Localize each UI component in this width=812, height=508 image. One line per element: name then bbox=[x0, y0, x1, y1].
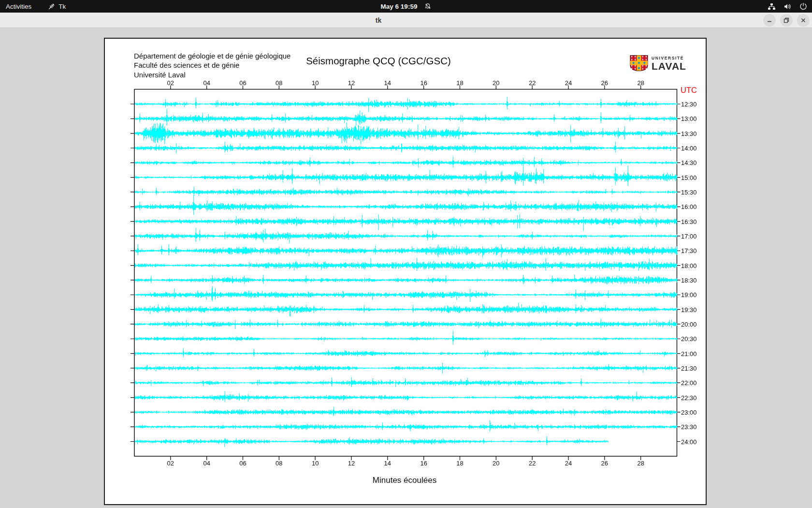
system-status-area[interactable] bbox=[768, 0, 807, 13]
trace-time-label: 23:30 bbox=[681, 423, 697, 431]
seismograph-plot: Département de géologie et de génie géol… bbox=[104, 38, 707, 505]
trace-time-label: 22:30 bbox=[681, 394, 697, 401]
x-tick-label-bottom: 12 bbox=[348, 460, 355, 467]
maximize-button[interactable] bbox=[780, 14, 793, 27]
close-button[interactable] bbox=[797, 14, 810, 27]
x-tick-label-top: 28 bbox=[637, 79, 644, 87]
desktop-screen: Activities Tk May 6 19:59 bbox=[0, 0, 812, 508]
trace-time-label: 16:00 bbox=[681, 203, 697, 210]
x-tick-label-top: 12 bbox=[348, 79, 355, 87]
minimize-button[interactable] bbox=[763, 14, 776, 27]
network-wired-icon bbox=[768, 2, 776, 11]
close-icon bbox=[800, 17, 806, 23]
trace-time-label: 24:00 bbox=[681, 438, 697, 445]
x-tick-label-bottom: 16 bbox=[420, 460, 427, 467]
activities-button[interactable]: Activities bbox=[6, 3, 31, 10]
clock-label: May 6 19:59 bbox=[381, 3, 418, 10]
x-tick-label-top: 20 bbox=[493, 79, 499, 87]
x-tick-label-bottom: 02 bbox=[167, 460, 174, 467]
x-tick-label-bottom: 10 bbox=[312, 460, 319, 467]
clock-menu[interactable]: May 6 19:59 bbox=[381, 0, 432, 13]
x-tick-label-bottom: 18 bbox=[456, 460, 463, 467]
trace-time-label: 20:00 bbox=[681, 320, 697, 328]
minimize-icon bbox=[767, 17, 772, 23]
window-title-bar[interactable]: tk bbox=[0, 13, 812, 28]
window-body: Département de géologie et de génie géol… bbox=[0, 28, 812, 508]
logo-universite-label: UNIVERSITÉ bbox=[652, 56, 686, 60]
focused-app-menu[interactable]: Tk bbox=[48, 3, 66, 10]
trace-time-label: 22:00 bbox=[681, 379, 697, 387]
plot-title: Séismographe QCQ (CGC/GSC) bbox=[306, 55, 451, 67]
x-tick-label-bottom: 26 bbox=[601, 460, 608, 467]
x-tick-label-top: 22 bbox=[529, 79, 536, 87]
x-tick-label-top: 06 bbox=[239, 79, 246, 87]
window-title: tk bbox=[376, 16, 381, 24]
utc-axis-label: UTC bbox=[681, 86, 697, 95]
x-tick-label-bottom: 20 bbox=[493, 460, 499, 467]
trace-time-label: 13:00 bbox=[681, 115, 697, 122]
x-tick-label-top: 14 bbox=[384, 79, 391, 87]
trace-time-label: 17:30 bbox=[681, 247, 697, 254]
x-tick-label-bottom: 14 bbox=[384, 460, 391, 467]
trace-time-label: 19:30 bbox=[681, 306, 697, 313]
trace-time-label: 14:30 bbox=[681, 159, 697, 166]
trace-time-label: 18:30 bbox=[681, 276, 697, 284]
x-tick-label-top: 02 bbox=[167, 79, 174, 87]
trace-time-label: 18:00 bbox=[681, 262, 697, 269]
x-axis-label: Minutes écoulées bbox=[373, 476, 436, 485]
x-tick-label-top: 16 bbox=[420, 79, 427, 87]
trace-time-label: 14:00 bbox=[681, 144, 697, 151]
tk-feather-icon bbox=[48, 3, 55, 10]
trace-time-label: 21:00 bbox=[681, 350, 697, 357]
notifications-muted-icon bbox=[424, 3, 431, 10]
x-tick-label-top: 08 bbox=[276, 79, 282, 87]
x-tick-label-bottom: 24 bbox=[565, 460, 572, 467]
x-tick-label-top: 04 bbox=[203, 79, 210, 87]
x-tick-label-bottom: 06 bbox=[239, 460, 246, 467]
trace-time-label: 17:00 bbox=[681, 232, 697, 239]
volume-icon bbox=[783, 2, 792, 11]
restore-icon bbox=[783, 17, 789, 23]
x-tick-label-bottom: 08 bbox=[276, 460, 282, 467]
logo-laval-label: LAVAL bbox=[652, 60, 686, 72]
trace-time-label: 15:30 bbox=[681, 188, 697, 195]
universite-laval-wordmark: UNIVERSITÉ LAVAL bbox=[652, 56, 686, 72]
trace-time-label: 20:30 bbox=[681, 335, 697, 343]
x-tick-label-top: 26 bbox=[601, 79, 608, 87]
trace-time-label: 16:30 bbox=[681, 218, 697, 225]
universite-laval-shield-logo bbox=[629, 55, 649, 72]
x-tick-label-bottom: 22 bbox=[529, 460, 536, 467]
trace-time-label: 23:00 bbox=[681, 408, 697, 416]
power-icon bbox=[799, 2, 807, 10]
x-tick-label-bottom: 04 bbox=[203, 460, 210, 467]
x-tick-label-top: 10 bbox=[312, 79, 319, 87]
x-tick-label-top: 24 bbox=[565, 79, 572, 87]
institution-text: Département de géologie et de génie géol… bbox=[134, 51, 290, 79]
trace-time-label: 13:30 bbox=[681, 130, 697, 137]
seismogram-canvas bbox=[105, 39, 706, 504]
x-tick-label-top: 18 bbox=[456, 79, 463, 87]
x-tick-label-bottom: 28 bbox=[637, 460, 644, 467]
gnome-top-bar: Activities Tk May 6 19:59 bbox=[0, 0, 812, 13]
trace-time-label: 21:30 bbox=[681, 364, 697, 372]
focused-app-name: Tk bbox=[58, 3, 66, 10]
trace-time-label: 15:00 bbox=[681, 174, 697, 181]
trace-time-label: 19:00 bbox=[681, 291, 697, 299]
trace-time-label: 12:30 bbox=[681, 101, 697, 108]
